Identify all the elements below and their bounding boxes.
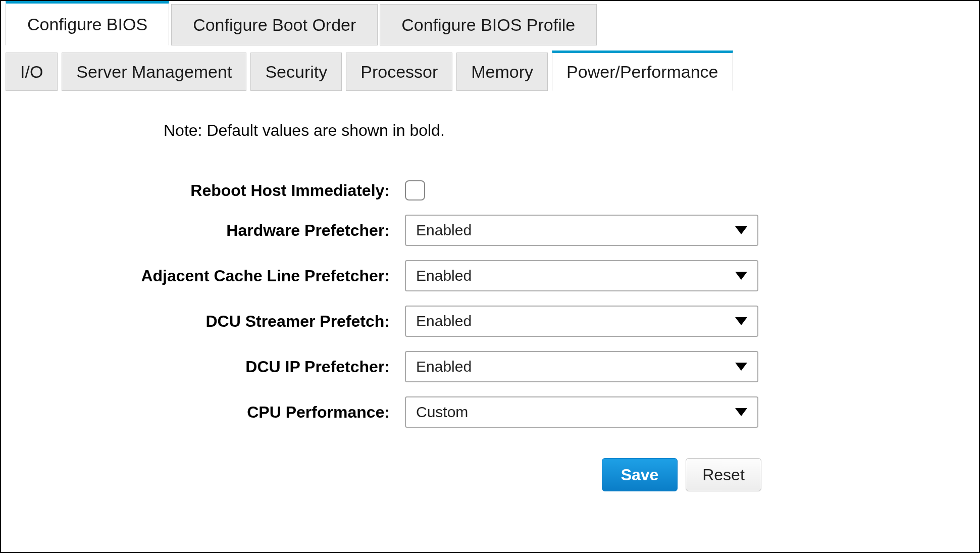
top-tab-row: Configure BIOS Configure Boot Order Conf…: [1, 1, 979, 45]
hw-prefetch-select[interactable]: Enabled: [405, 215, 758, 246]
sub-tab-row: I/O Server Management Security Processor…: [1, 45, 979, 91]
tab-configure-boot-order[interactable]: Configure Boot Order: [171, 4, 378, 45]
dcu-ip-label: DCU IP Prefetcher:: [1, 358, 405, 376]
tab-label: Server Management: [76, 62, 232, 82]
tab-label: Configure Boot Order: [193, 15, 356, 35]
tab-security[interactable]: Security: [250, 53, 342, 91]
note-text: Note: Default values are shown in bold.: [164, 121, 979, 140]
adj-cache-select[interactable]: Enabled: [405, 260, 758, 291]
dcu-streamer-select[interactable]: Enabled: [405, 306, 758, 337]
row-adjacent-cache-line-prefetcher: Adjacent Cache Line Prefetcher: Enabled: [1, 260, 979, 291]
tab-label: Configure BIOS Profile: [401, 15, 575, 35]
adj-cache-label: Adjacent Cache Line Prefetcher:: [1, 267, 405, 285]
select-value: Enabled: [416, 358, 472, 375]
tab-label: Power/Performance: [566, 62, 718, 82]
select-value: Enabled: [416, 267, 472, 284]
tab-io[interactable]: I/O: [6, 53, 58, 91]
reset-button[interactable]: Reset: [686, 458, 761, 491]
tab-memory[interactable]: Memory: [456, 53, 548, 91]
tab-power-performance[interactable]: Power/Performance: [552, 51, 733, 91]
tab-label: Processor: [360, 62, 438, 82]
row-hardware-prefetcher: Hardware Prefetcher: Enabled: [1, 215, 979, 246]
row-reboot-host: Reboot Host Immediately:: [1, 180, 979, 200]
tab-label: Configure BIOS: [27, 15, 147, 34]
tab-label: Memory: [471, 62, 533, 82]
button-label: Reset: [702, 466, 745, 484]
reboot-label: Reboot Host Immediately:: [1, 181, 405, 200]
row-dcu-streamer-prefetch: DCU Streamer Prefetch: Enabled: [1, 306, 979, 337]
content-area: Note: Default values are shown in bold. …: [1, 91, 979, 491]
select-value: Enabled: [416, 222, 472, 239]
form-area: Reboot Host Immediately: Hardware Prefet…: [1, 180, 979, 428]
tab-configure-bios-profile[interactable]: Configure BIOS Profile: [380, 4, 597, 45]
bios-config-panel: Configure BIOS Configure Boot Order Conf…: [0, 0, 980, 553]
chevron-down-icon: [735, 363, 747, 371]
cpu-perf-select[interactable]: Custom: [405, 396, 758, 428]
dcu-ip-select[interactable]: Enabled: [405, 351, 758, 382]
tab-label: I/O: [20, 62, 43, 82]
save-button[interactable]: Save: [602, 458, 678, 491]
row-dcu-ip-prefetcher: DCU IP Prefetcher: Enabled: [1, 351, 979, 382]
tab-configure-bios[interactable]: Configure BIOS: [6, 1, 169, 45]
chevron-down-icon: [735, 272, 747, 280]
dcu-streamer-label: DCU Streamer Prefetch:: [1, 312, 405, 331]
button-row: Save Reset: [602, 458, 979, 491]
select-value: Enabled: [416, 313, 472, 330]
tab-processor[interactable]: Processor: [346, 53, 452, 91]
hw-prefetch-label: Hardware Prefetcher:: [1, 221, 405, 240]
cpu-perf-label: CPU Performance:: [1, 403, 405, 422]
row-cpu-performance: CPU Performance: Custom: [1, 396, 979, 428]
reboot-checkbox[interactable]: [405, 180, 425, 200]
button-label: Save: [621, 466, 659, 484]
tab-server-management[interactable]: Server Management: [62, 53, 246, 91]
select-value: Custom: [416, 404, 468, 421]
chevron-down-icon: [735, 226, 747, 234]
tab-label: Security: [265, 62, 327, 82]
chevron-down-icon: [735, 317, 747, 325]
chevron-down-icon: [735, 408, 747, 416]
